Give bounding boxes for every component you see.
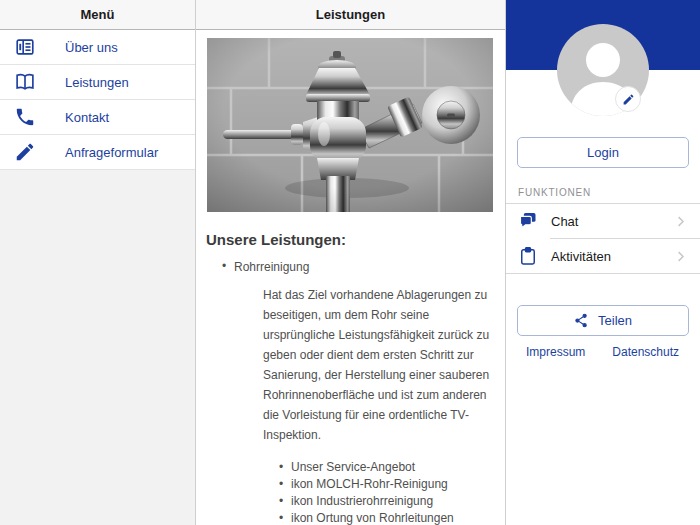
rohrreinigung-sublist: Unser Service-Angebot ikon MOLCH-Rohr-Re… [280,459,505,525]
sidebar-item-label: Anfrageformular [65,145,158,160]
content-title: Leistungen [316,7,385,22]
avatar[interactable] [557,24,649,116]
function-row-chat[interactable]: Chat [506,204,700,238]
login-button[interactable]: Login [517,137,689,168]
sidebar-item-label: Kontakt [65,110,109,125]
footer-links: Impressum Datenschutz [526,345,679,359]
newspaper-icon [14,36,36,58]
function-row-aktivitaeten[interactable]: Aktivitäten [506,239,700,273]
content-column: Leistungen [196,0,505,525]
account-panel: Login FUNKTIONEN Chat [505,0,700,525]
menu-title: Menü [81,7,115,22]
sidebar-item-label: Über uns [65,40,118,55]
sublist-item: Unser Service-Angebot [280,459,505,476]
sidebar-item-ueber-uns[interactable]: Über uns [0,30,195,65]
datenschutz-link[interactable]: Datenschutz [612,345,679,359]
share-label: Teilen [598,313,632,328]
app-window: Menü Über uns [0,0,700,525]
function-label: Aktivitäten [551,249,611,264]
list-item-rohrreinigung: Rohrreinigung [196,260,505,274]
sidebar-item-label: Leistungen [65,75,129,90]
sidebar-item-anfrageformular[interactable]: Anfrageformular [0,135,195,170]
phone-icon [14,106,36,128]
impressum-link[interactable]: Impressum [526,345,585,359]
sublist-item: ikon MOLCH-Rohr-Reinigung [280,476,505,493]
pencil-icon [14,141,36,163]
content-header: Leistungen [196,0,505,30]
edit-avatar-button[interactable] [615,86,641,112]
login-label: Login [587,145,619,160]
function-label: Chat [551,214,578,229]
chat-icon [518,211,538,231]
share-button[interactable]: Teilen [517,305,689,336]
section-heading: Unsere Leistungen: [206,231,505,248]
sidebar-empty-area [0,170,195,525]
chevron-right-icon [673,214,688,229]
flush-valve-photo [207,38,493,212]
menu-header: Menü [0,0,195,30]
sidebar-item-leistungen[interactable]: Leistungen [0,65,195,100]
sublist-item: ikon Ortung von Rohrleitungen [280,510,505,525]
functions-list: Chat Aktivitäten [506,203,700,274]
functions-section-label: FUNKTIONEN [518,187,591,198]
share-icon [574,313,589,328]
open-book-icon [14,71,36,93]
rohrreinigung-description: Hat das Ziel vorhandene Ablagerungen zu … [263,285,493,445]
sidebar-item-kontakt[interactable]: Kontakt [0,100,195,135]
pencil-icon [622,93,635,106]
clipboard-icon [518,246,538,266]
chevron-right-icon [673,249,688,264]
sublist-item: ikon Industrierohrreinigung [280,493,505,510]
content-body: Unsere Leistungen: Rohrreinigung Hat das… [196,30,505,525]
menu-sidebar: Menü Über uns [0,0,196,525]
